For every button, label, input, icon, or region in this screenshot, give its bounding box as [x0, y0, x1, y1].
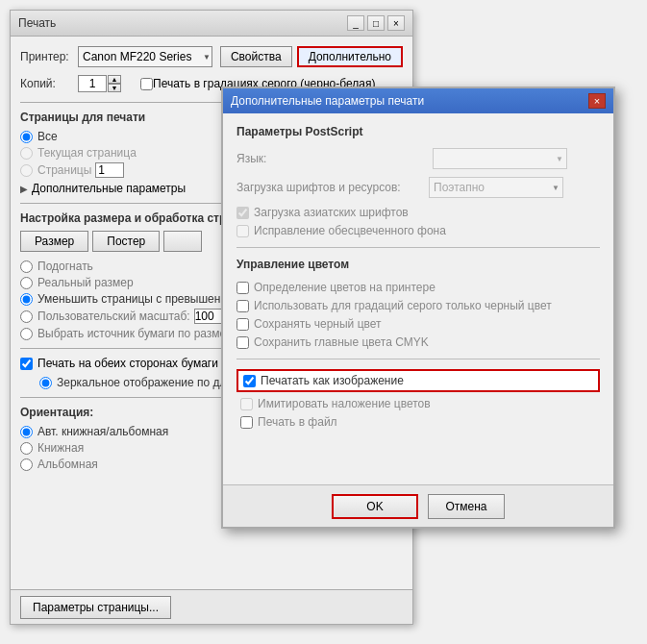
- mirror-radio[interactable]: [39, 377, 52, 389]
- grayscale-black-row: Использовать для градаций серого только …: [236, 299, 600, 312]
- mirror-label: Зеркальное отображение по длин...: [57, 376, 249, 389]
- poster-button[interactable]: Постер: [92, 231, 160, 252]
- arrow-icon: ▶: [20, 184, 28, 194]
- loading-select-wrapper: Поэтапно: [429, 177, 563, 198]
- adv-divider2: [236, 359, 600, 359]
- adv-dialog-footer: OK Отмена: [223, 484, 613, 527]
- lang-label: Язык:: [236, 152, 429, 165]
- title-buttons: _ □ ×: [347, 15, 405, 31]
- properties-button[interactable]: Свойства: [220, 46, 292, 67]
- print-to-file-label: Печать в файл: [258, 415, 337, 429]
- preserve-black-row: Сохранять черный цвет: [236, 317, 600, 331]
- main-dialog-title: Печать: [18, 16, 56, 30]
- portrait-label: Книжная: [37, 441, 84, 455]
- current-page-radio[interactable]: [20, 147, 33, 160]
- asian-fonts-label: Загрузка азиатских шрифтов: [254, 206, 409, 219]
- detect-colors-checkbox[interactable]: [236, 282, 249, 294]
- actual-size-radio[interactable]: [20, 277, 33, 289]
- lang-select[interactable]: [433, 148, 567, 169]
- copies-label: Копий:: [20, 77, 78, 90]
- print-as-image-label: Печатать как изображение: [261, 374, 404, 387]
- detect-colors-row: Определение цветов на принтере: [236, 281, 600, 294]
- loading-label: Загрузка шрифтов и ресурсов:: [236, 181, 429, 194]
- advanced-dialog: Дополнительные параметры печати × Параме…: [221, 87, 615, 529]
- current-page-label: Текущая страница: [37, 146, 137, 160]
- simulate-overprint-row: Имитировать наложение цветов: [236, 397, 600, 410]
- main-dialog-footer: Параметры страницы...: [11, 589, 412, 624]
- grayscale-black-label: Использовать для градаций серого только …: [254, 299, 552, 312]
- pages-input[interactable]: [95, 162, 124, 178]
- extra-button[interactable]: [163, 231, 202, 252]
- custom-scale-radio[interactable]: [20, 310, 33, 323]
- preserve-cmyk-checkbox[interactable]: [236, 336, 249, 349]
- adv-close-button[interactable]: ×: [588, 93, 606, 109]
- printer-select[interactable]: Canon MF220 Series: [78, 46, 212, 67]
- adv-dialog-title: Дополнительные параметры печати: [231, 94, 424, 108]
- simulate-overprint-label: Имитировать наложение цветов: [258, 397, 431, 410]
- adv-divider1: [236, 247, 600, 248]
- asian-fonts-checkbox[interactable]: [236, 207, 249, 219]
- lang-row: Язык:: [236, 148, 600, 169]
- preserve-black-checkbox[interactable]: [236, 318, 249, 331]
- preserve-cmyk-row: Сохранить главные цвета CMYK: [236, 335, 600, 349]
- choose-paper-radio[interactable]: [20, 328, 33, 340]
- auto-orient-radio[interactable]: [20, 426, 33, 438]
- reduce-radio[interactable]: [20, 293, 33, 306]
- auto-orient-label: Авт. книжная/альбомная: [37, 425, 168, 438]
- print-as-image-highlighted-row: Печатать как изображение: [236, 369, 600, 392]
- choose-paper-label: Выбрать источник бумаги по размер...: [37, 327, 242, 340]
- actual-size-label: Реальный размер: [37, 276, 134, 289]
- duplex-checkbox[interactable]: [20, 358, 33, 370]
- print-to-file-checkbox[interactable]: [240, 416, 253, 429]
- landscape-label: Альбомная: [37, 458, 98, 471]
- preserve-black-label: Сохранять черный цвет: [254, 317, 382, 331]
- fit-label: Подогнать: [37, 260, 93, 273]
- postscript-section-title: Параметры PostScript: [236, 125, 600, 138]
- pages-option-radio[interactable]: [20, 164, 33, 177]
- color-section-title: Управление цветом: [236, 258, 600, 271]
- custom-scale-label: Пользовательский масштаб:: [37, 310, 190, 323]
- adv-dialog-content: Параметры PostScript Язык: Загрузка шриф…: [223, 113, 613, 445]
- print-to-file-row: Печать в файл: [236, 415, 600, 429]
- duplex-label: Печать на обеих сторонах бумаги: [37, 357, 218, 370]
- cancel-button[interactable]: Отмена: [428, 494, 505, 519]
- minimize-button[interactable]: _: [347, 15, 364, 31]
- portrait-radio[interactable]: [20, 442, 33, 455]
- printer-select-wrapper: Canon MF220 Series: [78, 46, 214, 67]
- printer-label: Принтер:: [20, 50, 78, 63]
- copies-input[interactable]: 1: [78, 75, 107, 92]
- main-dialog-titlebar: Печать _ □ ×: [11, 11, 412, 37]
- fit-radio[interactable]: [20, 260, 33, 273]
- copies-spinner: ▲ ▼: [108, 75, 121, 92]
- maximize-button[interactable]: □: [367, 15, 385, 31]
- adv-dialog-titlebar: Дополнительные параметры печати ×: [223, 88, 613, 113]
- fix-bg-label: Исправление обесцвеченного фона: [254, 224, 446, 237]
- ok-button[interactable]: OK: [332, 494, 418, 519]
- landscape-radio[interactable]: [20, 458, 33, 471]
- fix-bg-checkbox[interactable]: [236, 225, 249, 237]
- size-button[interactable]: Размер: [20, 231, 88, 252]
- all-pages-radio[interactable]: [20, 131, 33, 143]
- page-settings-button[interactable]: Параметры страницы...: [20, 596, 171, 619]
- fix-bg-row: Исправление обесцвеченного фона: [236, 224, 600, 237]
- simulate-overprint-checkbox[interactable]: [240, 398, 253, 410]
- loading-row: Загрузка шрифтов и ресурсов: Поэтапно: [236, 177, 600, 198]
- close-button[interactable]: ×: [387, 15, 405, 31]
- detect-colors-label: Определение цветов на принтере: [254, 281, 435, 294]
- print-as-image-checkbox[interactable]: [243, 375, 256, 387]
- all-pages-label: Все: [37, 130, 58, 143]
- reduce-label: Уменьшить страницы с превышением...: [37, 292, 251, 306]
- asian-fonts-row: Загрузка азиатских шрифтов: [236, 206, 600, 219]
- pages-option-label: Страницы: [37, 163, 91, 177]
- lang-select-wrapper: [433, 148, 567, 169]
- additional-params-label: Дополнительные параметры: [32, 182, 186, 195]
- preserve-cmyk-label: Сохранить главные цвета CMYK: [254, 335, 429, 349]
- grayscale-checkbox[interactable]: [140, 78, 153, 90]
- copies-up-button[interactable]: ▲: [108, 75, 121, 84]
- advanced-button[interactable]: Дополнительно: [297, 46, 403, 67]
- copies-down-button[interactable]: ▼: [108, 84, 121, 92]
- printer-row: Принтер: Canon MF220 Series Свойства Доп…: [20, 46, 403, 67]
- loading-select[interactable]: Поэтапно: [429, 177, 563, 198]
- grayscale-black-checkbox[interactable]: [236, 300, 249, 312]
